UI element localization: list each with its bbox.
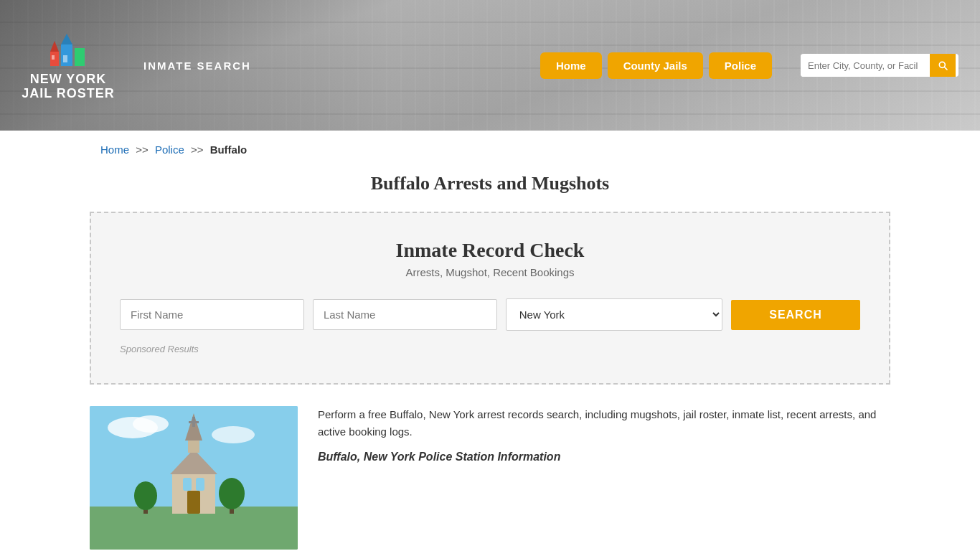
svg-point-10 (212, 426, 255, 443)
svg-marker-4 (61, 34, 72, 44)
logo-text-newyork: NEW YORK (30, 72, 107, 87)
svg-rect-19 (196, 478, 204, 491)
nav-police-button[interactable]: Police (709, 52, 772, 79)
record-check-box: Inmate Record Check Arrests, Mugshot, Re… (90, 212, 890, 385)
svg-rect-6 (52, 55, 55, 60)
svg-rect-18 (183, 478, 192, 491)
sponsored-label: Sponsored Results (120, 344, 860, 354)
logo-icon (47, 30, 90, 70)
search-icon (937, 60, 948, 71)
svg-rect-20 (187, 491, 200, 514)
breadcrumb-sep-2: >> (191, 143, 204, 156)
breadcrumb-current: Buffalo (210, 143, 248, 156)
record-check-title: Inmate Record Check (120, 239, 860, 262)
search-button[interactable]: SEARCH (731, 300, 860, 330)
description-paragraph1: Perform a free Buffalo, New York arrest … (318, 406, 890, 441)
nav-home-button[interactable]: Home (540, 52, 602, 79)
breadcrumb-police-link[interactable]: Police (155, 143, 184, 156)
svg-point-24 (219, 478, 245, 509)
first-name-input[interactable] (120, 299, 304, 330)
page-title: Buffalo Arrests and Mugshots (0, 173, 980, 194)
last-name-input[interactable] (313, 299, 497, 330)
header-search-button[interactable] (930, 54, 956, 77)
description-sub-heading: Buffalo, New York Police Station Informa… (318, 448, 890, 466)
nav-area: Home County Jails Police (540, 52, 772, 79)
svg-point-9 (133, 415, 169, 433)
record-check-form: AlabamaAlaskaArizonaArkansasCaliforniaCo… (120, 298, 860, 331)
site-logo[interactable]: NEW YORK JAIL ROSTER (22, 30, 115, 101)
description-area: Perform a free Buffalo, New York arrest … (318, 406, 890, 550)
state-select[interactable]: AlabamaAlaskaArizonaArkansasCaliforniaCo… (506, 298, 722, 331)
buffalo-city-image (90, 406, 298, 550)
bottom-section: Perform a free Buffalo, New York arrest … (90, 406, 890, 551)
breadcrumb: Home >> Police >> Buffalo (0, 131, 980, 164)
breadcrumb-sep-1: >> (136, 143, 149, 156)
svg-point-22 (134, 481, 157, 510)
site-header: NEW YORK JAIL ROSTER INMATE SEARCH Home … (0, 0, 980, 131)
svg-rect-5 (63, 55, 67, 62)
record-check-subtitle: Arrests, Mugshot, Recent Bookings (120, 266, 860, 278)
svg-marker-3 (50, 41, 59, 52)
svg-rect-2 (75, 48, 85, 66)
svg-rect-17 (189, 421, 199, 423)
inmate-search-label: INMATE SEARCH (143, 60, 251, 72)
header-search-bar (801, 54, 958, 77)
breadcrumb-home-link[interactable]: Home (100, 143, 129, 156)
buffalo-image (90, 406, 298, 550)
logo-text-jailroster: JAIL ROSTER (22, 87, 115, 101)
nav-county-jails-button[interactable]: County Jails (608, 52, 703, 79)
header-search-input[interactable] (801, 55, 930, 77)
